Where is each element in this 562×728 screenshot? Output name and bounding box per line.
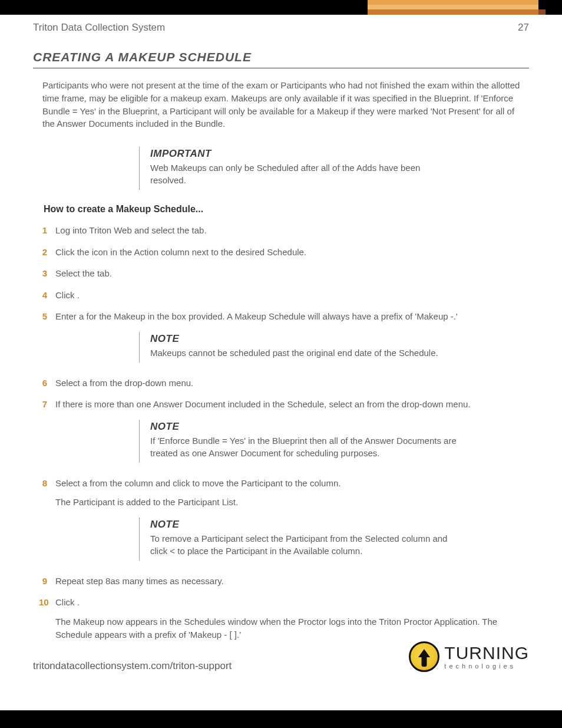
step-text: Select a from the drop-down menu. bbox=[55, 377, 529, 390]
turning-arrow-icon bbox=[409, 641, 439, 672]
step-number: 10 bbox=[39, 596, 55, 610]
logo-main-text: TURNING bbox=[444, 644, 529, 662]
callout-note-body: To remove a Participant select the Parti… bbox=[150, 532, 457, 557]
page-body: Triton Data Collection System 27 CREATIN… bbox=[0, 15, 562, 696]
howto-heading: How to create a Makeup Schedule... bbox=[44, 204, 529, 215]
top-banner bbox=[0, 0, 562, 15]
step-text: Click the icon in the Action column next… bbox=[55, 246, 529, 259]
callout-note-body: Makeups cannot be scheduled past the ori… bbox=[150, 347, 457, 359]
steps-list: 1 Log into Triton Web and select the tab… bbox=[33, 224, 529, 324]
step-number: 8 bbox=[39, 477, 55, 490]
step-text: Click . bbox=[55, 289, 529, 302]
doc-title: Triton Data Collection System bbox=[33, 22, 165, 34]
callout-important-body: Web Makeups can only be Scheduled after … bbox=[150, 162, 457, 186]
callout-important: IMPORTANT Web Makeups can only be Schedu… bbox=[139, 147, 469, 190]
callout-note-label: NOTE bbox=[150, 333, 457, 345]
step-text: Select a from the column and click to mo… bbox=[55, 478, 340, 488]
step-number: 7 bbox=[39, 398, 55, 411]
callout-note-1: NOTE Makeups cannot be scheduled past th… bbox=[139, 332, 469, 363]
turning-logo: TURNING technologies bbox=[409, 641, 529, 672]
running-header: Triton Data Collection System 27 bbox=[33, 22, 529, 34]
step-7: 7 If there is more than one Answer Docum… bbox=[39, 398, 529, 411]
step-text: Enter a for the Makeup in the box provid… bbox=[55, 310, 529, 324]
step-number: 4 bbox=[39, 289, 55, 302]
step-number: 5 bbox=[39, 310, 55, 324]
callout-note-label: NOTE bbox=[150, 519, 457, 531]
callout-note-body: If 'Enforce Bundle = Yes' in the Bluepri… bbox=[150, 434, 457, 459]
page-number: 27 bbox=[518, 22, 529, 34]
step-5: 5 Enter a for the Makeup in the box prov… bbox=[39, 310, 529, 324]
step-text: Repeat step 8as many times as necessary. bbox=[55, 575, 529, 588]
step-1: 1 Log into Triton Web and select the tab… bbox=[39, 224, 529, 238]
step-number: 1 bbox=[39, 224, 55, 238]
step-number: 3 bbox=[39, 267, 55, 281]
steps-list-cont1: 6 Select a from the drop-down menu. 7 If… bbox=[33, 377, 529, 411]
step-2: 2 Click the icon in the Action column ne… bbox=[39, 246, 529, 259]
step-text: Log into Triton Web and select the tab. bbox=[55, 224, 529, 238]
logo-sub-text: technologies bbox=[444, 663, 529, 670]
step-6: 6 Select a from the drop-down menu. bbox=[39, 377, 529, 390]
decorative-bars bbox=[368, 0, 538, 15]
footer-url: tritondatacollectionsystem.com/triton-su… bbox=[33, 660, 232, 672]
step-text: Click . bbox=[55, 597, 80, 607]
steps-list-cont3: 9 Repeat step 8as many times as necessar… bbox=[33, 575, 529, 642]
step-9: 9 Repeat step 8as many times as necessar… bbox=[39, 575, 529, 588]
callout-important-label: IMPORTANT bbox=[150, 148, 457, 160]
step-text: Select the tab. bbox=[55, 267, 529, 281]
step-3: 3 Select the tab. bbox=[39, 267, 529, 281]
step-10: 10 Click . The Makeup now appears in the… bbox=[39, 596, 529, 642]
footer: tritondatacollectionsystem.com/triton-su… bbox=[33, 641, 529, 672]
step-text: If there is more than one Answer Documen… bbox=[55, 398, 529, 411]
step-number: 2 bbox=[39, 246, 55, 259]
callout-note-2: NOTE If 'Enforce Bundle = Yes' in the Bl… bbox=[139, 420, 469, 463]
step-4: 4 Click . bbox=[39, 289, 529, 302]
callout-note-3: NOTE To remove a Participant select the … bbox=[139, 518, 469, 561]
step-subtext: The Makeup now appears in the Schedules … bbox=[55, 615, 529, 642]
step-8: 8 Select a from the column and click to … bbox=[39, 477, 529, 509]
steps-list-cont2: 8 Select a from the column and click to … bbox=[33, 477, 529, 509]
callout-note-label: NOTE bbox=[150, 421, 457, 433]
step-subtext: The Participant is added to the Particip… bbox=[55, 496, 529, 509]
section-title: CREATING A MAKEUP SCHEDULE bbox=[33, 50, 529, 68]
intro-paragraph: Participants who were not present at the… bbox=[33, 79, 529, 130]
step-number: 6 bbox=[39, 377, 55, 390]
step-number: 9 bbox=[39, 575, 55, 588]
